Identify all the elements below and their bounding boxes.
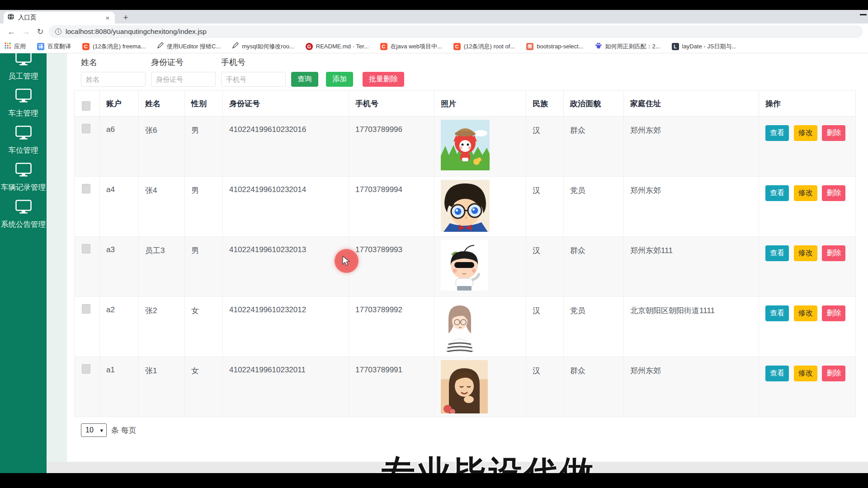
browser-toolbar: localhost:8080/yuanqutingchexitong/index… — [0, 23, 868, 40]
header-address: 家庭住址 — [624, 91, 759, 117]
bookmark-item[interactable]: 使用UEditor 报错C... — [157, 42, 221, 51]
bookmark-apps[interactable]: 应用 — [5, 42, 26, 51]
view-button[interactable]: 查看 — [765, 366, 789, 381]
back-arrow-icon[interactable] — [5, 26, 17, 38]
sidebar-item-vehicle-record-mgmt[interactable]: 车辆记录管理 — [0, 159, 47, 196]
pen-icon — [232, 42, 239, 51]
select-all-checkbox[interactable] — [82, 101, 90, 111]
globe-icon — [7, 13, 14, 22]
info-icon[interactable] — [55, 28, 61, 35]
search-button[interactable]: 查询 — [291, 72, 318, 87]
name-label: 姓名 — [81, 57, 146, 68]
row-checkbox[interactable] — [82, 184, 90, 193]
per-page-label: 条 每页 — [111, 425, 137, 436]
edit-button[interactable]: 修改 — [794, 185, 817, 201]
employee-photo — [441, 120, 522, 170]
employee-photo — [441, 360, 522, 413]
screen: 入口页 localhost:8080/yuanqutingchexitong/i… — [0, 0, 868, 488]
delete-button[interactable]: 删除 — [822, 366, 845, 381]
edit-button[interactable]: 修改 — [794, 125, 817, 141]
header-account: 账户 — [100, 91, 139, 117]
header-idcard: 身份证号 — [223, 91, 349, 117]
header-photo: 照片 — [434, 91, 526, 117]
bottom-letterbox-bar — [0, 473, 868, 488]
jianshu-icon: 简 — [526, 43, 533, 50]
row-checkbox[interactable] — [82, 364, 90, 374]
url-text: localhost:8080/yuanqutingchexitong/index… — [66, 28, 207, 36]
table-row: a2 张2 女 410224199610232012 17703789992 汉… — [75, 297, 856, 357]
sidebar: 员工管理 车主管理 车位管理 车辆记录管理 系统公告管理 — [0, 53, 47, 473]
address-bar[interactable]: localhost:8080/yuanqutingchexitong/index… — [49, 25, 863, 38]
row-checkbox[interactable] — [82, 244, 90, 253]
bookmark-item[interactable]: 译 百度翻译 — [37, 42, 71, 51]
bookmark-item[interactable]: L layDate - JS日期与... — [672, 42, 737, 51]
view-button[interactable]: 查看 — [765, 245, 789, 261]
header-operations: 操作 — [759, 91, 856, 117]
cursor-highlight — [335, 249, 359, 273]
edit-button[interactable]: 修改 — [794, 305, 817, 321]
employee-photo — [441, 240, 522, 291]
bookmark-item[interactable]: mysql如何修改roo... — [232, 42, 294, 51]
sidebar-item-employee-mgmt[interactable]: 员工管理 — [0, 53, 47, 85]
browser-tab[interactable]: 入口页 — [4, 12, 115, 23]
header-phone: 手机号 — [349, 91, 434, 117]
bookmark-item[interactable]: C 在java web项目中... — [380, 42, 442, 51]
idcard-label: 身份证号 — [151, 57, 216, 68]
monitor-icon — [15, 163, 32, 178]
edit-button[interactable]: 修改 — [794, 366, 817, 381]
employee-photo — [441, 180, 522, 232]
top-letterbox-bar — [0, 0, 868, 10]
pagination: 10 条 每页 — [81, 423, 137, 437]
edit-button[interactable]: 修改 — [794, 245, 817, 261]
bookmark-item[interactable]: 简 bootstrap-select... — [526, 43, 583, 50]
sidebar-item-owner-mgmt[interactable]: 车主管理 — [0, 85, 47, 122]
bookmark-item[interactable]: G README.md · Ter... — [306, 43, 369, 50]
phone-label: 手机号 — [221, 57, 286, 68]
tab-title: 入口页 — [18, 14, 100, 22]
csdn-icon: C — [453, 43, 461, 50]
name-input[interactable] — [81, 72, 146, 87]
idcard-input[interactable] — [151, 72, 216, 87]
add-button[interactable]: 添加 — [326, 72, 353, 87]
bookmark-item[interactable]: C (12条消息) freema... — [82, 42, 146, 51]
table-row: a1 张1 女 410224199610232011 17703789991 汉… — [75, 357, 856, 417]
view-button[interactable]: 查看 — [765, 125, 789, 141]
phone-input[interactable] — [221, 72, 286, 87]
baidu-translate-icon: 译 — [37, 43, 44, 50]
close-icon[interactable] — [104, 14, 111, 21]
minimize-icon[interactable] — [860, 14, 867, 15]
chevron-down-icon — [100, 426, 103, 434]
table-header-row: 账户 姓名 性别 身份证号 手机号 照片 民族 政治面貌 家庭住址 操作 — [75, 91, 856, 117]
bookmark-item[interactable]: C (12条消息) root of... — [453, 42, 515, 51]
content-gutter — [47, 53, 67, 473]
delete-button[interactable]: 删除 — [822, 125, 845, 141]
search-form: 姓名 身份证号 手机号 查询 添加 批量删除 — [81, 57, 404, 87]
header-gender: 性别 — [185, 91, 223, 117]
monitor-icon — [15, 53, 32, 67]
monitor-icon — [15, 200, 32, 216]
reload-icon[interactable] — [34, 26, 46, 38]
browser-tab-bar: 入口页 — [0, 10, 868, 23]
bookmark-item[interactable]: 如何用正则匹配：2... — [595, 42, 660, 51]
monitor-icon — [15, 126, 32, 141]
csdn-icon: C — [380, 43, 387, 50]
new-tab-button[interactable] — [120, 12, 131, 23]
row-checkbox[interactable] — [82, 124, 90, 133]
bookmarks-bar: 应用 译 百度翻译 C (12条消息) freema... 使用UEditor … — [0, 40, 868, 53]
pen-icon — [157, 42, 164, 51]
delete-button[interactable]: 删除 — [822, 185, 845, 201]
view-button[interactable]: 查看 — [765, 185, 789, 201]
sidebar-item-parking-mgmt[interactable]: 车位管理 — [0, 122, 47, 159]
delete-button[interactable]: 删除 — [822, 245, 845, 261]
header-political: 政治面貌 — [564, 91, 624, 117]
forward-arrow-icon[interactable] — [20, 26, 32, 38]
sidebar-item-announcement-mgmt[interactable]: 系统公告管理 — [0, 196, 47, 233]
view-button[interactable]: 查看 — [765, 305, 789, 321]
gitee-icon: G — [306, 43, 313, 50]
batch-delete-button[interactable]: 批量删除 — [363, 72, 404, 87]
row-checkbox[interactable] — [82, 304, 90, 314]
header-name: 姓名 — [139, 91, 185, 117]
delete-button[interactable]: 删除 — [822, 305, 845, 321]
baidu-paw-icon — [595, 42, 602, 51]
page-size-select[interactable]: 10 — [81, 423, 107, 437]
